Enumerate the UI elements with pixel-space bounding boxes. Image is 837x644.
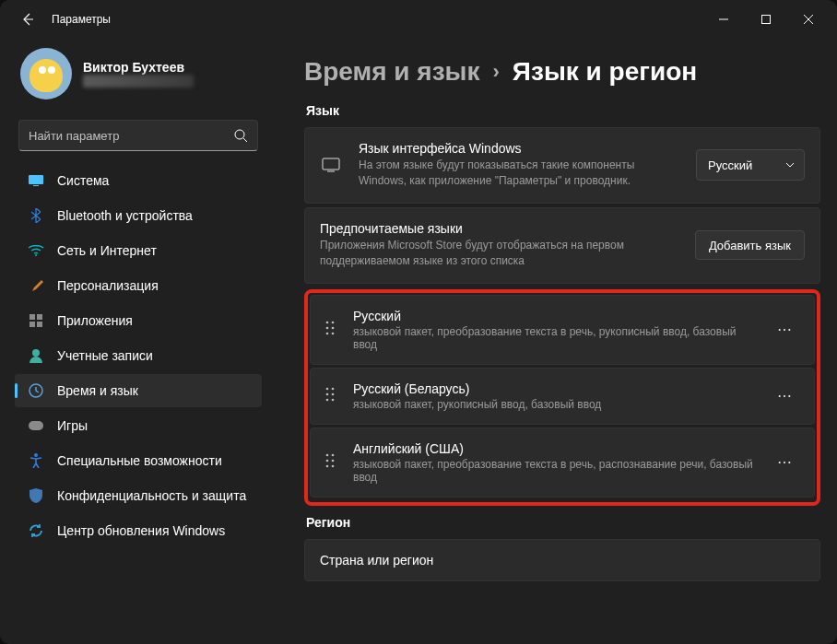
sidebar-item-label: Время и язык: [57, 383, 138, 398]
main-content: Время и язык › Язык и регион Язык Язык и…: [277, 39, 837, 644]
language-row[interactable]: Английский (США)языковой пакет, преобраз…: [310, 427, 815, 498]
close-icon: [804, 15, 813, 24]
sidebar-item-label: Центр обновления Windows: [57, 523, 225, 538]
wifi-icon: [28, 242, 44, 259]
svg-point-16: [326, 326, 329, 329]
language-row[interactable]: Русскийязыковой пакет, преобразование те…: [310, 295, 815, 365]
sidebar: Виктор Бухтеев СистемаBluetooth и устрой…: [0, 39, 277, 644]
search-input[interactable]: [29, 129, 233, 143]
language-subtitle: языковой пакет, рукописный ввод, базовый…: [353, 398, 753, 411]
breadcrumb-parent[interactable]: Время и язык: [304, 57, 480, 87]
svg-point-29: [332, 459, 335, 462]
drag-handle-icon[interactable]: [325, 453, 335, 472]
chevron-right-icon: ›: [493, 60, 500, 84]
sidebar-item-label: Bluetooth и устройства: [57, 208, 193, 223]
profile-email: [83, 75, 194, 88]
svg-point-4: [35, 254, 37, 256]
svg-rect-3: [33, 185, 39, 186]
language-list-highlight: Русскийязыковой пакет, преобразование те…: [304, 289, 820, 506]
profile-section[interactable]: Виктор Бухтеев: [9, 42, 267, 112]
sidebar-item-4[interactable]: Приложения: [15, 304, 262, 337]
svg-point-14: [326, 321, 329, 323]
titlebar: Параметры: [0, 0, 837, 39]
add-language-label: Добавить язык: [709, 239, 791, 252]
close-button[interactable]: [787, 5, 830, 34]
chevron-down-icon: [785, 162, 795, 168]
sidebar-item-9[interactable]: Конфиденциальность и защита: [15, 479, 262, 512]
sidebar-item-label: Приложения: [57, 313, 133, 328]
more-options-button[interactable]: ⋯: [772, 383, 799, 408]
settings-window: Параметры Виктор Бухтеев СистемаBluetoot…: [0, 0, 837, 644]
display-language-subtitle: На этом языке будут показываться такие к…: [359, 158, 679, 190]
search-box[interactable]: [18, 120, 258, 151]
language-subtitle: языковой пакет, преобразование текста в …: [353, 325, 753, 351]
sidebar-item-label: Конфиденциальность и защита: [57, 488, 246, 503]
svg-point-24: [326, 398, 329, 401]
arrow-left-icon: [20, 12, 35, 27]
drag-handle-icon[interactable]: [325, 321, 335, 339]
display-language-value: Русский: [708, 158, 752, 172]
svg-point-26: [326, 453, 329, 456]
section-region-header: Регион: [306, 515, 820, 530]
sidebar-item-5[interactable]: Учетные записи: [15, 339, 262, 372]
update-icon: [28, 522, 44, 539]
shield-icon: [28, 487, 44, 504]
svg-rect-11: [29, 421, 43, 430]
sidebar-item-7[interactable]: Игры: [15, 409, 262, 442]
display-icon: [28, 172, 44, 189]
sidebar-item-0[interactable]: Система: [15, 164, 262, 197]
sidebar-item-label: Учетные записи: [57, 348, 153, 363]
language-name: Русский (Беларусь): [353, 381, 753, 396]
svg-point-22: [326, 392, 329, 395]
maximize-button[interactable]: [745, 5, 787, 34]
gamepad-icon: [28, 417, 44, 434]
sidebar-item-6[interactable]: Время и язык: [15, 374, 262, 407]
back-button[interactable]: [13, 5, 42, 34]
preferred-languages-card: Предпочитаемые языки Приложения Microsof…: [304, 207, 820, 284]
drag-handle-icon[interactable]: [325, 387, 335, 405]
country-region-card[interactable]: Страна или регион: [304, 539, 820, 581]
sidebar-item-8[interactable]: Специальные возможности: [15, 444, 262, 477]
display-language-card: Язык интерфейса Windows На этом языке бу…: [304, 127, 820, 204]
sidebar-item-10[interactable]: Центр обновления Windows: [15, 514, 262, 547]
person-icon: [28, 347, 44, 364]
brush-icon: [28, 277, 44, 294]
sidebar-item-3[interactable]: Персонализация: [15, 269, 262, 302]
svg-rect-0: [762, 16, 771, 24]
maximize-icon: [761, 15, 771, 24]
display-language-select[interactable]: Русский: [696, 149, 805, 181]
more-options-button[interactable]: ⋯: [772, 450, 799, 474]
language-row[interactable]: Русский (Беларусь)языковой пакет, рукопи…: [310, 368, 815, 425]
avatar: [20, 48, 72, 100]
sidebar-item-2[interactable]: Сеть и Интернет: [15, 234, 262, 267]
language-name: Русский: [353, 309, 753, 323]
svg-point-12: [34, 453, 38, 457]
svg-point-18: [326, 332, 329, 334]
breadcrumb-current: Язык и регион: [513, 57, 697, 87]
add-language-button[interactable]: Добавить язык: [695, 230, 805, 260]
svg-point-25: [332, 398, 335, 401]
apps-icon: [28, 312, 44, 329]
country-region-title: Страна или регион: [320, 553, 805, 568]
svg-point-19: [332, 332, 335, 334]
svg-point-21: [332, 387, 335, 390]
breadcrumb: Время и язык › Язык и регион: [304, 57, 820, 87]
minimize-button[interactable]: [702, 5, 745, 34]
sidebar-item-1[interactable]: Bluetooth и устройства: [15, 199, 262, 232]
bluetooth-icon: [28, 207, 44, 224]
preferred-title: Предпочитаемые языки: [320, 221, 678, 236]
sidebar-item-label: Персонализация: [57, 278, 159, 293]
svg-point-20: [326, 387, 329, 390]
language-name: Английский (США): [353, 441, 753, 456]
sidebar-item-label: Система: [57, 173, 109, 188]
sidebar-item-label: Специальные возможности: [57, 453, 222, 468]
svg-point-28: [326, 459, 329, 462]
svg-rect-6: [37, 314, 42, 320]
svg-point-15: [332, 321, 335, 323]
sidebar-item-label: Сеть и Интернет: [57, 243, 157, 258]
language-subtitle: языковой пакет, преобразование текста в …: [353, 458, 753, 484]
svg-rect-2: [29, 175, 43, 184]
minimize-icon: [719, 15, 728, 24]
more-options-button[interactable]: ⋯: [772, 317, 799, 342]
display-icon: [320, 158, 342, 172]
